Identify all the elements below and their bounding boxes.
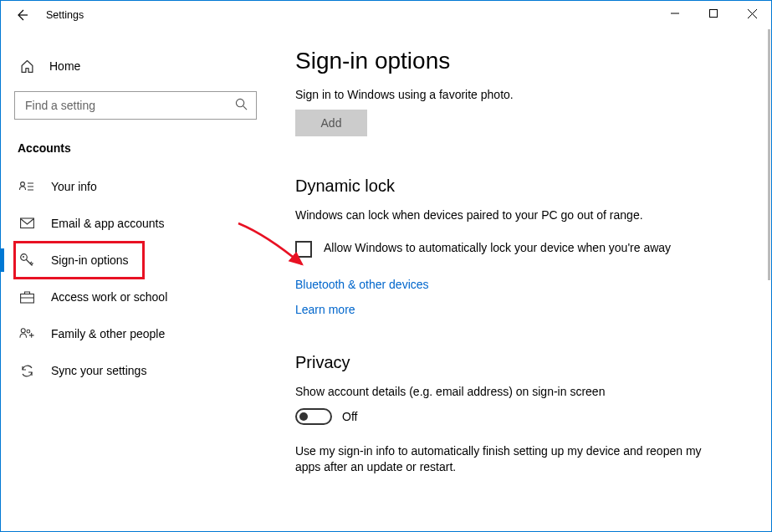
sidebar-nav: Your info Email & app accounts Sign-in o…: [14, 168, 258, 389]
bluetooth-devices-link[interactable]: Bluetooth & other devices: [295, 278, 746, 291]
favorite-photo-text: Sign in to Windows using a favorite phot…: [295, 88, 746, 101]
sync-icon: [19, 363, 34, 378]
search-icon: [235, 98, 248, 113]
maximize-button[interactable]: [694, 1, 733, 26]
sidebar-section-label: Accounts: [18, 141, 258, 155]
search-input[interactable]: [23, 98, 235, 113]
sidebar-item-label: Home: [49, 59, 80, 73]
dynamic-lock-desc: Windows can lock when devices paired to …: [295, 207, 713, 223]
privacy-footer-text: Use my sign-in info to automatically fin…: [295, 443, 713, 475]
sidebar-item-label: Sign-in options: [51, 253, 129, 267]
sidebar-item-label: Access work or school: [51, 290, 167, 304]
sidebar-item-label: Email & app accounts: [51, 217, 164, 230]
svg-point-1: [236, 99, 243, 106]
svg-point-8: [27, 330, 30, 333]
sidebar-item-your-info[interactable]: Your info: [14, 168, 258, 205]
sidebar-item-sync-settings[interactable]: Sync your settings: [14, 352, 258, 389]
sidebar-item-sign-in-options[interactable]: Sign-in options: [14, 242, 144, 279]
svg-rect-0: [710, 10, 718, 18]
sidebar-item-access-work-school[interactable]: Access work or school: [14, 279, 258, 315]
privacy-toggle-label: Off: [342, 410, 357, 423]
privacy-desc: Show account details (e.g. email address…: [295, 384, 713, 400]
people-plus-icon: [19, 326, 34, 341]
minimize-button[interactable]: [656, 1, 694, 26]
svg-rect-6: [20, 294, 33, 303]
sidebar: Home Accounts Your info Email & app acco…: [1, 29, 272, 531]
dynamic-lock-checkbox-label: Allow Windows to automatically lock your…: [324, 240, 671, 257]
svg-point-7: [21, 329, 25, 333]
home-icon: [19, 59, 34, 74]
learn-more-link[interactable]: Learn more: [295, 303, 746, 316]
add-button[interactable]: Add: [295, 110, 367, 136]
svg-point-5: [23, 256, 24, 258]
dynamic-lock-checkbox[interactable]: [295, 241, 312, 258]
sidebar-item-label: Family & other people: [51, 327, 165, 340]
privacy-title: Privacy: [295, 353, 746, 372]
privacy-toggle-row: Off: [295, 408, 746, 425]
close-button[interactable]: [733, 1, 771, 26]
person-card-icon: [19, 179, 34, 194]
window-title: Settings: [46, 9, 84, 21]
sidebar-item-home[interactable]: Home: [14, 51, 258, 81]
svg-rect-3: [20, 218, 33, 228]
privacy-toggle[interactable]: [295, 408, 332, 425]
sidebar-item-email-accounts[interactable]: Email & app accounts: [14, 205, 258, 242]
sidebar-item-family-people[interactable]: Family & other people: [14, 315, 258, 352]
sidebar-item-label: Your info: [51, 180, 97, 193]
scrollbar-thumb[interactable]: [768, 29, 770, 280]
envelope-icon: [19, 216, 34, 231]
key-icon: [19, 253, 34, 268]
dynamic-lock-title: Dynamic lock: [295, 176, 746, 196]
briefcase-icon: [19, 289, 34, 304]
main-content: Sign-in options Sign in to Windows using…: [272, 29, 771, 531]
dynamic-lock-checkbox-row[interactable]: Allow Windows to automatically lock your…: [295, 240, 688, 258]
page-title: Sign-in options: [295, 48, 746, 74]
window-controls: [656, 1, 771, 26]
back-button[interactable]: [9, 3, 34, 28]
svg-point-2: [21, 182, 25, 187]
search-input-wrapper[interactable]: [14, 91, 257, 120]
sidebar-item-label: Sync your settings: [51, 364, 146, 377]
